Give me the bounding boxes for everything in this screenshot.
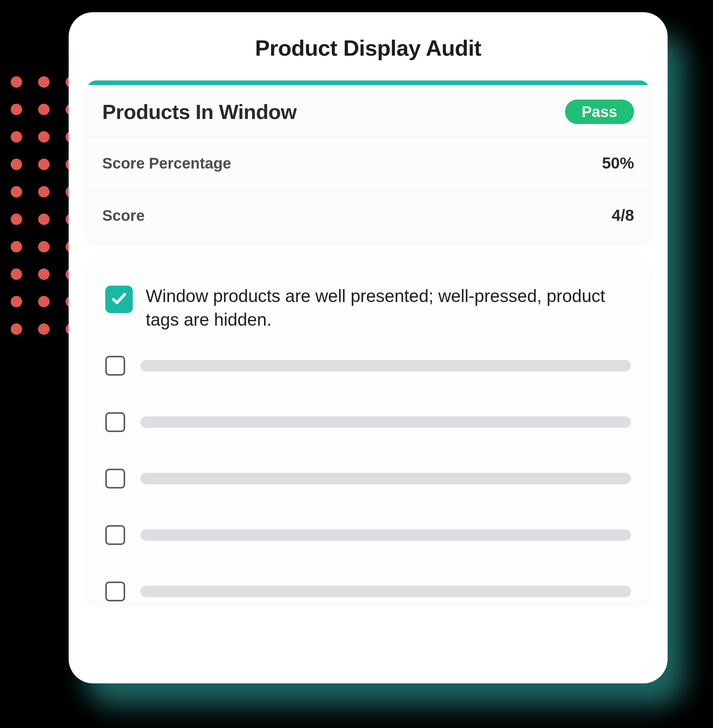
checklist-item-text: Window products are well presented; well… — [146, 284, 619, 331]
checkbox-unchecked[interactable] — [105, 525, 125, 545]
status-badge: Pass — [565, 100, 634, 124]
placeholder-line — [140, 360, 631, 371]
checklist-item-placeholder[interactable] — [105, 412, 631, 432]
summary-label: Score Percentage — [102, 155, 231, 172]
checkbox-unchecked[interactable] — [105, 356, 125, 376]
placeholder-line — [140, 529, 631, 541]
checkbox-checked[interactable] — [105, 286, 133, 313]
summary-panel: Products In Window Pass Score Percentage… — [87, 80, 649, 241]
summary-value: 50% — [602, 154, 634, 172]
checklist-item-placeholder[interactable] — [105, 469, 631, 489]
checklist-item-placeholder[interactable] — [105, 525, 631, 545]
checkbox-unchecked[interactable] — [105, 469, 125, 489]
checklist-item-placeholder[interactable] — [105, 582, 631, 601]
audit-card: Product Display Audit Products In Window… — [69, 12, 668, 683]
summary-header: Products In Window Pass — [87, 80, 649, 137]
checklist-item-placeholder[interactable] — [105, 356, 631, 376]
checkbox-unchecked[interactable] — [105, 582, 125, 601]
placeholder-line — [140, 473, 631, 484]
placeholder-line — [140, 416, 631, 428]
checkbox-unchecked[interactable] — [105, 412, 125, 432]
checklist-placeholders — [105, 356, 631, 601]
summary-section-title: Products In Window — [102, 100, 296, 124]
summary-row-score: Score 4/8 — [87, 190, 649, 241]
summary-row-score-percentage: Score Percentage 50% — [87, 137, 649, 190]
checklist-panel: Window products are well presented; well… — [87, 263, 649, 601]
summary-value: 4/8 — [612, 206, 634, 225]
checklist-item[interactable]: Window products are well presented; well… — [105, 284, 631, 331]
summary-label: Score — [102, 207, 145, 224]
check-icon — [111, 290, 127, 309]
placeholder-line — [140, 586, 631, 597]
page-title: Product Display Audit — [87, 35, 649, 61]
